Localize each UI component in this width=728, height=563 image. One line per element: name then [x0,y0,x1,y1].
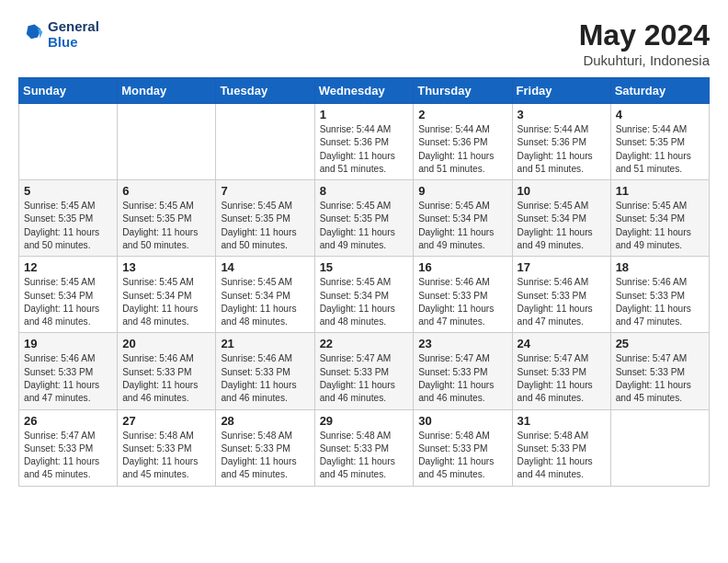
day-number: 3 [518,108,606,121]
day-info: Sunrise: 5:45 AMSunset: 5:35 PMDaylight:… [320,200,409,252]
table-row: 2Sunrise: 5:44 AMSunset: 5:36 PMDaylight… [414,104,512,180]
table-row: 22Sunrise: 5:47 AMSunset: 5:33 PMDayligh… [314,333,414,409]
day-info: Sunrise: 5:47 AMSunset: 5:33 PMDaylight:… [518,352,606,405]
day-number: 16 [418,260,506,274]
day-number: 21 [221,337,309,350]
table-row: 13Sunrise: 5:45 AMSunset: 5:34 PMDayligh… [118,257,216,333]
day-info: Sunrise: 5:48 AMSunset: 5:33 PMDaylight:… [221,430,309,482]
day-number: 10 [518,184,606,198]
day-info: Sunrise: 5:45 AMSunset: 5:34 PMDaylight:… [616,200,704,252]
day-number: 4 [616,108,704,121]
day-info: Sunrise: 5:45 AMSunset: 5:34 PMDaylight:… [122,276,210,328]
table-row: 11Sunrise: 5:45 AMSunset: 5:34 PMDayligh… [610,180,709,257]
day-number: 24 [518,337,606,350]
table-row: 19Sunrise: 5:46 AMSunset: 5:33 PMDayligh… [19,333,118,409]
day-number: 11 [616,184,704,198]
day-info: Sunrise: 5:47 AMSunset: 5:33 PMDaylight:… [24,430,112,482]
header-friday: Friday [512,78,610,104]
table-row: 5Sunrise: 5:45 AMSunset: 5:35 PMDaylight… [19,180,118,257]
calendar-week-row: 26Sunrise: 5:47 AMSunset: 5:33 PMDayligh… [19,409,710,486]
day-number: 13 [122,260,210,274]
day-info: Sunrise: 5:46 AMSunset: 5:33 PMDaylight:… [24,352,112,405]
day-number: 31 [518,414,606,428]
day-number: 9 [418,184,506,198]
calendar-week-row: 19Sunrise: 5:46 AMSunset: 5:33 PMDayligh… [19,333,710,409]
table-row [118,104,216,180]
table-row: 26Sunrise: 5:47 AMSunset: 5:33 PMDayligh… [19,409,118,486]
day-info: Sunrise: 5:48 AMSunset: 5:33 PMDaylight:… [518,430,606,482]
day-info: Sunrise: 5:44 AMSunset: 5:36 PMDaylight:… [418,123,506,176]
day-number: 15 [320,260,409,274]
table-row: 9Sunrise: 5:45 AMSunset: 5:34 PMDaylight… [414,180,512,257]
day-number: 27 [122,414,210,428]
header-wednesday: Wednesday [314,78,414,104]
calendar-table: Sunday Monday Tuesday Wednesday Thursday… [18,77,710,487]
day-number: 2 [418,108,506,121]
table-row: 1Sunrise: 5:44 AMSunset: 5:36 PMDaylight… [314,104,414,180]
day-number: 17 [518,260,606,274]
table-row: 29Sunrise: 5:48 AMSunset: 5:33 PMDayligh… [314,409,414,486]
day-number: 5 [24,184,112,198]
table-row: 23Sunrise: 5:47 AMSunset: 5:33 PMDayligh… [414,333,512,409]
calendar-subtitle: Dukuhturi, Indonesia [579,52,710,68]
table-row: 30Sunrise: 5:48 AMSunset: 5:33 PMDayligh… [414,409,512,486]
day-number: 22 [320,337,409,350]
day-number: 25 [616,337,704,350]
calendar-week-row: 12Sunrise: 5:45 AMSunset: 5:34 PMDayligh… [19,257,710,333]
day-info: Sunrise: 5:45 AMSunset: 5:34 PMDaylight:… [24,276,112,328]
day-number: 20 [122,337,210,350]
day-info: Sunrise: 5:46 AMSunset: 5:33 PMDaylight:… [616,276,704,328]
day-info: Sunrise: 5:44 AMSunset: 5:36 PMDaylight:… [320,123,409,176]
day-number: 7 [221,184,309,198]
day-number: 19 [24,337,112,350]
day-info: Sunrise: 5:47 AMSunset: 5:33 PMDaylight:… [320,352,409,405]
table-row: 17Sunrise: 5:46 AMSunset: 5:33 PMDayligh… [512,257,610,333]
day-info: Sunrise: 5:45 AMSunset: 5:34 PMDaylight:… [221,276,309,328]
day-info: Sunrise: 5:47 AMSunset: 5:33 PMDaylight:… [616,352,704,405]
day-info: Sunrise: 5:48 AMSunset: 5:33 PMDaylight:… [122,430,210,482]
table-row: 8Sunrise: 5:45 AMSunset: 5:35 PMDaylight… [314,180,414,257]
day-info: Sunrise: 5:48 AMSunset: 5:33 PMDaylight:… [320,430,409,482]
table-row: 25Sunrise: 5:47 AMSunset: 5:33 PMDayligh… [610,333,709,409]
day-info: Sunrise: 5:45 AMSunset: 5:35 PMDaylight:… [122,200,210,252]
day-info: Sunrise: 5:46 AMSunset: 5:33 PMDaylight:… [221,352,309,405]
table-row: 10Sunrise: 5:45 AMSunset: 5:34 PMDayligh… [512,180,610,257]
header-thursday: Thursday [414,78,512,104]
table-row: 16Sunrise: 5:46 AMSunset: 5:33 PMDayligh… [414,257,512,333]
table-row: 6Sunrise: 5:45 AMSunset: 5:35 PMDaylight… [118,180,216,257]
header-saturday: Saturday [610,78,709,104]
day-number: 26 [24,414,112,428]
table-row: 20Sunrise: 5:46 AMSunset: 5:33 PMDayligh… [118,333,216,409]
table-row [19,104,118,180]
table-row: 3Sunrise: 5:44 AMSunset: 5:36 PMDaylight… [512,104,610,180]
calendar-week-row: 1Sunrise: 5:44 AMSunset: 5:36 PMDaylight… [19,104,710,180]
day-info: Sunrise: 5:46 AMSunset: 5:33 PMDaylight:… [122,352,210,405]
day-number: 29 [320,414,409,428]
table-row: 4Sunrise: 5:44 AMSunset: 5:35 PMDaylight… [610,104,709,180]
table-row: 21Sunrise: 5:46 AMSunset: 5:33 PMDayligh… [216,333,314,409]
calendar-title: May 2024 [579,18,710,52]
day-info: Sunrise: 5:48 AMSunset: 5:33 PMDaylight:… [418,430,506,482]
day-number: 23 [418,337,506,350]
table-row [610,409,709,486]
header-tuesday: Tuesday [216,78,314,104]
table-row: 24Sunrise: 5:47 AMSunset: 5:33 PMDayligh… [512,333,610,409]
day-info: Sunrise: 5:46 AMSunset: 5:33 PMDaylight:… [518,276,606,328]
table-row: 7Sunrise: 5:45 AMSunset: 5:35 PMDaylight… [216,180,314,257]
page-header: General Blue May 2024 Dukuhturi, Indones… [18,18,710,68]
table-row: 31Sunrise: 5:48 AMSunset: 5:33 PMDayligh… [512,409,610,486]
day-info: Sunrise: 5:47 AMSunset: 5:33 PMDaylight:… [418,352,506,405]
table-row: 14Sunrise: 5:45 AMSunset: 5:34 PMDayligh… [216,257,314,333]
day-number: 18 [616,260,704,274]
day-number: 30 [418,414,506,428]
table-row: 28Sunrise: 5:48 AMSunset: 5:33 PMDayligh… [216,409,314,486]
table-row [216,104,314,180]
table-row: 15Sunrise: 5:45 AMSunset: 5:34 PMDayligh… [314,257,414,333]
table-row: 27Sunrise: 5:48 AMSunset: 5:33 PMDayligh… [118,409,216,486]
logo: General Blue [18,18,99,50]
logo-text: General Blue [48,18,99,50]
calendar-week-row: 5Sunrise: 5:45 AMSunset: 5:35 PMDaylight… [19,180,710,257]
day-info: Sunrise: 5:45 AMSunset: 5:34 PMDaylight:… [518,200,606,252]
day-info: Sunrise: 5:44 AMSunset: 5:36 PMDaylight:… [518,123,606,176]
day-info: Sunrise: 5:46 AMSunset: 5:33 PMDaylight:… [418,276,506,328]
